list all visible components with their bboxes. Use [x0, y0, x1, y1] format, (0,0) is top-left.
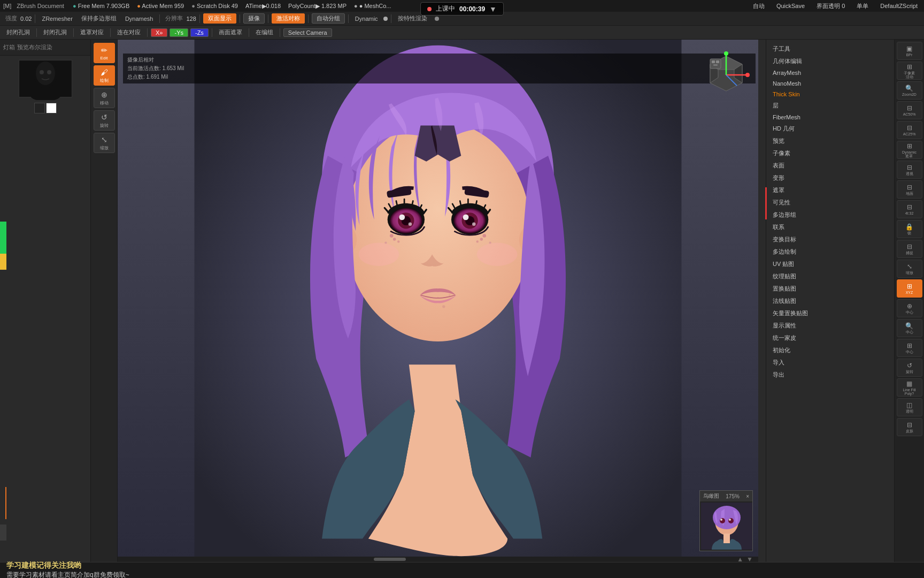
- edit-tool-btn[interactable]: ✏ Edit: [94, 43, 115, 63]
- timer-time: 00:00:39: [459, 5, 485, 13]
- ri-subpixel-active[interactable]: ⊞ 子像素活动: [897, 62, 922, 80]
- move-icon: ⊕: [101, 90, 107, 99]
- fr-morph-target[interactable]: 变换目标: [766, 233, 862, 246]
- fr-fibermesh[interactable]: FiberMesh: [766, 112, 862, 123]
- background-color[interactable]: [46, 103, 57, 113]
- double-side-btn[interactable]: 双面显示: [203, 13, 236, 24]
- ri-skin[interactable]: ⊟ 皮肤: [897, 418, 922, 436]
- yellow-swatch[interactable]: [0, 254, 6, 270]
- app-name: ZBrush Document: [17, 3, 64, 9]
- scale-tool-btn[interactable]: ⤡ 缩放: [94, 133, 115, 153]
- bottom-text-line2: 需要学习素材请看主页简介加q群免费领取~: [6, 571, 129, 578]
- svg-point-33: [358, 243, 399, 266]
- menu-quicksave[interactable]: QuickSave: [773, 2, 808, 10]
- fr-nanomesh[interactable]: NanoMesh: [766, 78, 862, 89]
- close-hole-btn[interactable]: 封闭孔洞: [3, 27, 33, 37]
- fr-initialize[interactable]: 初始化: [766, 344, 862, 356]
- move-ri-label: 中心: [906, 310, 913, 314]
- menu-auto[interactable]: 自动: [750, 1, 768, 11]
- ri-scale[interactable]: ⤡ 缩放: [897, 260, 922, 278]
- fr-display[interactable]: 显示属性: [766, 320, 862, 332]
- ri-line-fill[interactable]: ▦ Line FillPoly?: [897, 378, 922, 397]
- right-icons-panel: ▣ BPr ⊞ 子像素活动 🔍 Zoom2D ⊟ AC50% ⊟ AC25% ⊞…: [894, 40, 924, 562]
- fr-polygroups[interactable]: 多边形组: [766, 209, 862, 221]
- fr-vector-displacement[interactable]: 矢量置换贴图: [766, 307, 862, 320]
- fr-normal-map[interactable]: 法线贴图: [766, 295, 862, 307]
- ri-aa50[interactable]: ⊟ AC50%: [897, 101, 922, 119]
- fr-hd-geo[interactable]: HD 几何: [766, 123, 862, 135]
- fr-mask[interactable]: 遮罩: [766, 184, 862, 196]
- navigation-cube[interactable]: [699, 48, 753, 102]
- fr-uv-map[interactable]: UV 贴图: [766, 258, 862, 270]
- fr-unified-skin[interactable]: 统一家皮: [766, 332, 862, 344]
- bpr-label: BPr: [906, 53, 913, 57]
- draw-tool-btn[interactable]: 🖌 绘制: [94, 65, 115, 86]
- fr-export[interactable]: 导出: [766, 369, 862, 381]
- ri-zoom[interactable]: 🔍 中心: [897, 319, 922, 337]
- ri-zoom2d[interactable]: 🔍 Zoom2D: [897, 81, 922, 100]
- fr-arraymesh[interactable]: ArrayMesh: [766, 67, 862, 78]
- green-swatch[interactable]: [0, 222, 6, 254]
- lock-label: 锁: [907, 231, 911, 235]
- stats-panel: 摄像后相对 当前激活点数: 1.653 Mil 总点数: 1.691 Mil: [123, 54, 756, 83]
- subpixel-label: 子像素活动: [904, 71, 915, 79]
- zremesher-btn[interactable]: ZRemesher: [38, 14, 75, 23]
- scrollbar-thumb[interactable]: [374, 558, 406, 561]
- fr-displacement[interactable]: 置换贴图: [766, 283, 862, 295]
- fr-texture-map[interactable]: 纹理贴图: [766, 270, 862, 283]
- fr-polypaint[interactable]: 多边绘制: [766, 246, 862, 258]
- y-axis-btn[interactable]: -Ys: [170, 28, 188, 37]
- viewport-scrollbar[interactable]: ▲ ▼: [118, 557, 758, 562]
- preserve-multipolygon[interactable]: 保持多边形组: [78, 13, 120, 24]
- connect-match[interactable]: 连在对应: [114, 27, 144, 37]
- fr-subtool[interactable]: 子工具: [766, 43, 862, 55]
- z-axis-btn[interactable]: -Zs: [190, 28, 209, 37]
- ri-snap[interactable]: ⊟ 捕捉: [897, 240, 922, 258]
- ri-aa25[interactable]: ⊟ AC25%: [897, 121, 922, 139]
- fr-surface[interactable]: 表面: [766, 159, 862, 172]
- camera-btn[interactable]: 摄像: [243, 13, 265, 24]
- minimap-content[interactable]: [701, 503, 752, 550]
- auto-group-btn[interactable]: 自动分组: [312, 13, 345, 24]
- fr-thick-skin[interactable]: Thick Skin: [766, 89, 862, 100]
- mask-match[interactable]: 遮罩对应: [77, 27, 107, 37]
- ri-bpr[interactable]: ▣ BPr: [897, 42, 922, 60]
- ri-rotate[interactable]: ↺ 旋转: [897, 359, 922, 377]
- ri-lock[interactable]: 🔒 锁: [897, 220, 922, 238]
- ri-xyz[interactable]: ⊞ XYZ: [897, 279, 922, 298]
- ri-transparency[interactable]: ◫ 透明: [897, 398, 922, 416]
- render-toggle[interactable]: [435, 17, 439, 21]
- fr-subpixel[interactable]: 子像素: [766, 147, 862, 159]
- timer-expand[interactable]: ▼: [489, 5, 497, 13]
- dynamesh-btn[interactable]: Dynamesh: [122, 14, 157, 23]
- fr-visibility[interactable]: 可见性: [766, 196, 862, 209]
- svg-rect-48: [716, 60, 719, 63]
- x-axis-btn[interactable]: X»: [151, 28, 167, 37]
- ri-move[interactable]: ⊕ 中心: [897, 299, 922, 317]
- dynamic-toggle[interactable]: [383, 17, 388, 21]
- ri-aa32[interactable]: ⊟ 4t:32: [897, 200, 922, 218]
- ri-dynamic[interactable]: ⊞ Dynamic遮罩: [897, 141, 922, 159]
- fr-geo-edit[interactable]: 几何体编辑: [766, 55, 862, 67]
- fr-deform[interactable]: 变形: [766, 172, 862, 184]
- fr-contact[interactable]: 联系: [766, 221, 862, 233]
- select-camera-btn[interactable]: Select Camera: [283, 28, 332, 37]
- fr-preview[interactable]: 预览: [766, 135, 862, 147]
- close-hole-btn2[interactable]: 封闭孔洞: [40, 27, 70, 37]
- in-group[interactable]: 在编组: [252, 27, 276, 37]
- ri-floor[interactable]: ⊟ 地面: [897, 180, 922, 199]
- ri-perspective[interactable]: ⊟ 透视: [897, 161, 922, 179]
- fr-import[interactable]: 导入: [766, 356, 862, 369]
- main-viewport[interactable]: [118, 40, 758, 562]
- foreground-color[interactable]: [34, 103, 45, 113]
- perspective-label: 透视: [906, 172, 913, 176]
- screen-mask[interactable]: 画面遮罩: [215, 27, 245, 37]
- minimap-close[interactable]: ×: [746, 493, 749, 499]
- ri-fit[interactable]: ⊞ 中心: [897, 339, 922, 357]
- activate-pair-btn[interactable]: 激活对称: [272, 13, 305, 24]
- fr-layer[interactable]: 层: [766, 100, 862, 112]
- rotate-tool-btn[interactable]: ↺ 旋转: [94, 110, 115, 131]
- move-tool-btn[interactable]: ⊕ 移动: [94, 88, 115, 108]
- svg-rect-49: [713, 64, 718, 66]
- left-top-controls: 灯箱 预览布尔渲染: [0, 40, 90, 56]
